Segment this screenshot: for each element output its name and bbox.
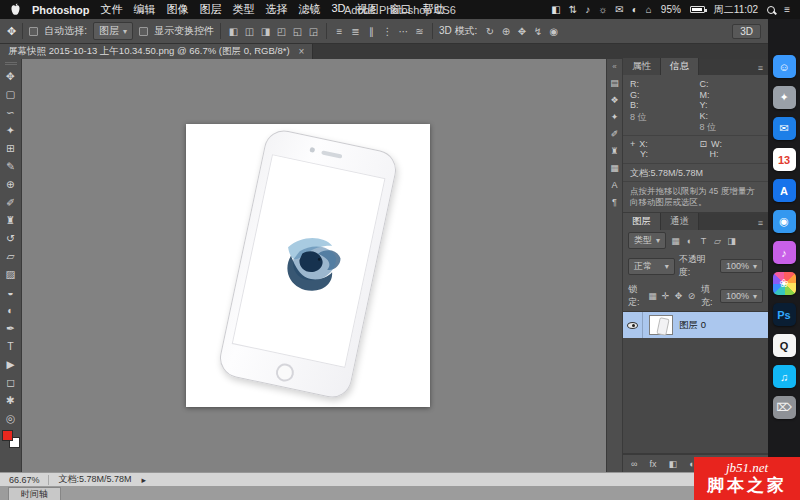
tab-timeline[interactable]: 时间轴 xyxy=(8,487,61,500)
align-icon[interactable]: ◲ xyxy=(307,26,320,37)
brush-panel-icon[interactable]: ✐ xyxy=(611,129,619,139)
distribute-icon[interactable]: ⋯ xyxy=(397,26,410,37)
hand-tool[interactable]: ✱ xyxy=(1,391,21,409)
distribute-icon[interactable]: ≡ xyxy=(333,26,346,37)
lock-icon[interactable]: ⊘ xyxy=(686,291,697,301)
dodge-tool[interactable]: ◐ xyxy=(1,301,21,319)
pen-tool[interactable]: ✒ xyxy=(1,319,21,337)
align-icon[interactable]: ◰ xyxy=(275,26,288,37)
menu-item[interactable]: 视图 xyxy=(357,2,379,17)
layer-row[interactable]: 图层 0 xyxy=(623,312,768,338)
notification-center-icon[interactable]: ≡ xyxy=(784,4,790,15)
dock-itunes[interactable]: ♪ xyxy=(773,241,796,264)
distribute-icon[interactable]: ⋮ xyxy=(381,26,394,37)
menu-item[interactable]: 图像 xyxy=(166,2,188,17)
shape-tool[interactable]: ◻ xyxy=(1,373,21,391)
character-panel-icon[interactable]: A xyxy=(611,180,617,190)
show-transform-checkbox[interactable] xyxy=(139,27,148,36)
dock-trash[interactable]: ⌦ xyxy=(773,396,796,419)
document-tab[interactable]: 屏幕快照 2015-10-13 上午10.34.50.png @ 66.7% (… xyxy=(0,44,313,59)
auto-select-dropdown[interactable]: 图层 xyxy=(93,22,133,40)
layer-mask-icon[interactable]: ◧ xyxy=(669,459,678,469)
menubar-status-icon[interactable]: ◐ xyxy=(632,4,638,15)
mode-3d-icon[interactable]: ↯ xyxy=(531,26,544,37)
lock-icon[interactable]: ✛ xyxy=(660,291,671,301)
layer-thumbnail[interactable] xyxy=(649,315,673,335)
mode-3d-icon[interactable]: ◉ xyxy=(547,26,560,37)
layer-filter-icon[interactable]: T xyxy=(698,236,709,246)
menubar-status-icon[interactable]: ◧ xyxy=(551,4,560,15)
layer-filter-icon[interactable]: ▱ xyxy=(712,236,723,246)
dock-photos[interactable]: ❀ xyxy=(773,272,796,295)
tab-channels[interactable]: 通道 xyxy=(661,213,699,230)
spotlight-icon[interactable] xyxy=(767,6,775,14)
menu-item[interactable]: 类型 xyxy=(232,2,254,17)
align-icon[interactable]: ◫ xyxy=(243,26,256,37)
opacity-dropdown[interactable]: 100% xyxy=(720,259,763,273)
layer-filter-icon[interactable]: ◨ xyxy=(726,236,737,246)
distribute-icon[interactable]: ≣ xyxy=(349,26,362,37)
menu-item[interactable]: 文件 xyxy=(100,2,122,17)
clone-stamp-tool[interactable]: ♜ xyxy=(1,211,21,229)
align-icon[interactable]: ◨ xyxy=(259,26,272,37)
blend-mode-dropdown[interactable]: 正常 xyxy=(628,258,675,275)
blur-tool[interactable]: ◒ xyxy=(1,283,21,301)
move-tool[interactable]: ✥ xyxy=(1,67,21,85)
layer-visibility-toggle[interactable] xyxy=(623,312,643,338)
fill-dropdown[interactable]: 100% xyxy=(720,289,763,303)
menubar-clock[interactable]: 周二11:02 xyxy=(714,3,758,17)
eraser-tool[interactable]: ▱ xyxy=(1,247,21,265)
path-selection-tool[interactable]: ▶ xyxy=(1,355,21,373)
history-brush-tool[interactable]: ↺ xyxy=(1,229,21,247)
menubar-status-icon[interactable]: ☼ xyxy=(598,4,607,15)
lock-icon[interactable]: ✥ xyxy=(673,291,684,301)
dock-safari[interactable]: ◉ xyxy=(773,210,796,233)
dock-appstore[interactable]: A xyxy=(773,179,796,202)
layer-style-icon[interactable]: fx xyxy=(650,459,657,469)
tab-layers[interactable]: 图层 xyxy=(623,213,661,230)
tab-info[interactable]: 信息 xyxy=(661,58,699,75)
lasso-tool[interactable]: ∽ xyxy=(1,103,21,121)
gradient-tool[interactable]: ▨ xyxy=(1,265,21,283)
dock-launchpad[interactable]: ✦ xyxy=(773,86,796,109)
distribute-icon[interactable]: ∥ xyxy=(365,26,378,37)
dock-photoshop[interactable]: Ps xyxy=(773,303,796,326)
toolbox-grip[interactable] xyxy=(5,62,17,65)
adjustments-panel-icon[interactable]: ❖ xyxy=(610,95,618,105)
lock-icon[interactable]: ▦ xyxy=(647,291,658,301)
brush-tool[interactable]: ✐ xyxy=(1,193,21,211)
paragraph-panel-icon[interactable]: ¶ xyxy=(612,197,617,207)
healing-brush-tool[interactable]: ⊕ xyxy=(1,175,21,193)
menubar-status-icon[interactable]: ⇅ xyxy=(569,4,577,15)
dock-qq[interactable]: Q xyxy=(773,334,796,357)
document-canvas[interactable] xyxy=(186,124,430,407)
auto-select-checkbox[interactable] xyxy=(29,27,38,36)
menubar-status-icon[interactable]: ✉ xyxy=(615,4,623,15)
quick-selection-tool[interactable]: ✦ xyxy=(1,121,21,139)
expand-panels-icon[interactable]: « xyxy=(612,62,616,71)
eyedropper-tool[interactable]: ✎ xyxy=(1,157,21,175)
dock-qq-music[interactable]: ♫ xyxy=(773,365,796,388)
mode-3d-icon[interactable]: ✥ xyxy=(515,26,528,37)
panel-menu-icon[interactable]: ≡ xyxy=(753,63,768,75)
menu-item[interactable]: 3D xyxy=(331,2,345,17)
dock-finder[interactable]: ☺ xyxy=(773,55,796,78)
apple-logo-icon[interactable] xyxy=(10,3,21,16)
marquee-tool[interactable]: ▢ xyxy=(1,85,21,103)
dock-mail[interactable]: ✉ xyxy=(773,117,796,140)
foreground-color-swatch[interactable] xyxy=(2,430,13,441)
close-tab-icon[interactable]: × xyxy=(299,46,305,57)
workspace-switcher[interactable]: 3D xyxy=(732,24,761,39)
menu-item[interactable]: 选择 xyxy=(265,2,287,17)
mode-3d-icon[interactable]: ↻ xyxy=(483,26,496,37)
link-layers-icon[interactable]: ∞ xyxy=(631,459,637,469)
layer-filter-icon[interactable]: ◐ xyxy=(684,236,695,246)
menu-item[interactable]: 滤镜 xyxy=(298,2,320,17)
menu-item[interactable]: 编辑 xyxy=(133,2,155,17)
menu-item[interactable]: 窗口 xyxy=(390,2,412,17)
menubar-status-icon[interactable]: ♪ xyxy=(585,4,590,15)
menubar-status-icon[interactable]: ⌂ xyxy=(646,4,652,15)
type-tool[interactable]: T xyxy=(1,337,21,355)
active-app-name[interactable]: Photoshop xyxy=(32,4,89,16)
menu-item[interactable]: 帮助 xyxy=(423,2,445,17)
